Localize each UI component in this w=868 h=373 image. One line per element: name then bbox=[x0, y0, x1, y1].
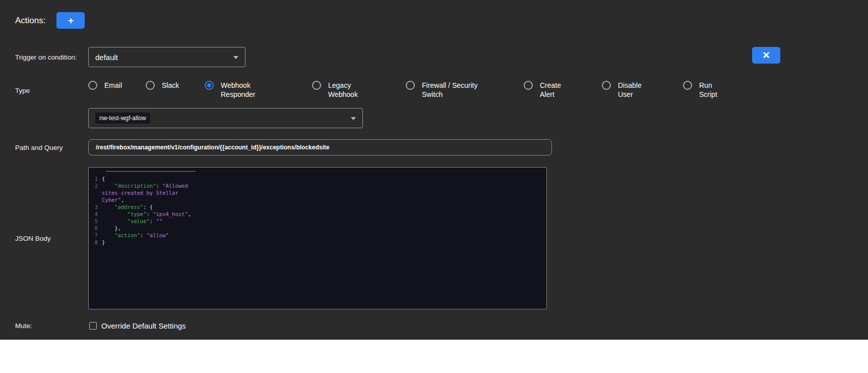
type-radio-firewall-security-switch[interactable]: Firewall / Security Switch bbox=[406, 80, 524, 99]
chevron-down-icon bbox=[351, 117, 356, 120]
type-radio-slack[interactable]: Slack bbox=[146, 80, 205, 90]
code-line: 4 "type": "ipv4_host", bbox=[89, 210, 546, 218]
page-background-below-panel bbox=[0, 340, 868, 373]
type-radio-webhook-responder[interactable]: Webhook Responder bbox=[205, 80, 312, 99]
trigger-condition-dropdown[interactable]: default bbox=[88, 47, 245, 67]
json-body-editor[interactable]: 1{2 "description": "Allowed sites create… bbox=[88, 167, 547, 309]
actions-label: Actions: bbox=[15, 16, 45, 26]
line-content: } bbox=[102, 239, 198, 246]
line-number: 5 bbox=[89, 218, 102, 225]
type-label: Type bbox=[15, 80, 88, 128]
type-content: EmailSlackWebhook ResponderLegacy Webhoo… bbox=[88, 80, 738, 128]
line-number: 8 bbox=[89, 239, 102, 246]
radio-label: Webhook Responder bbox=[221, 80, 267, 99]
code-line: 1{ bbox=[89, 175, 546, 182]
path-and-query-row: Path and Query bbox=[15, 139, 868, 155]
path-and-query-label: Path and Query bbox=[15, 144, 88, 151]
json-editor-lines: 1{2 "description": "Allowed sites create… bbox=[89, 175, 546, 246]
line-number: 4 bbox=[89, 210, 102, 218]
radio-label: Legacy Webhook bbox=[328, 80, 364, 99]
trigger-condition-row: Trigger on condition: default bbox=[15, 47, 868, 67]
radio-label: Firewall / Security Switch bbox=[422, 80, 486, 99]
radio-icon[interactable] bbox=[146, 81, 155, 90]
radio-label: Email bbox=[104, 80, 122, 90]
radio-label: Run Script bbox=[699, 80, 725, 99]
radio-icon[interactable] bbox=[205, 81, 214, 90]
code-line: 8} bbox=[89, 239, 546, 246]
line-content: "action": "allow" bbox=[102, 232, 198, 239]
line-number: 3 bbox=[89, 203, 102, 210]
remove-action-button[interactable]: ✕ bbox=[752, 47, 780, 64]
override-checkbox[interactable] bbox=[89, 322, 97, 330]
path-and-query-input[interactable] bbox=[88, 139, 552, 155]
line-content: "type": "ipv4_host", bbox=[102, 210, 198, 218]
trigger-condition-label: Trigger on condition: bbox=[15, 54, 88, 61]
radio-label: Slack bbox=[162, 80, 179, 90]
line-content: "value": "" bbox=[102, 218, 198, 225]
responder-dropdown[interactable]: nw-test-wgf-allow bbox=[88, 108, 363, 128]
responder-selected-chip: nw-test-wgf-allow bbox=[95, 113, 150, 124]
chevron-down-icon bbox=[233, 56, 238, 59]
type-radio-disable-user[interactable]: Disable User bbox=[602, 80, 683, 99]
code-line: 5 "value": "" bbox=[89, 218, 546, 225]
type-radio-legacy-webhook[interactable]: Legacy Webhook bbox=[312, 80, 406, 99]
radio-icon[interactable] bbox=[602, 81, 611, 90]
mute-label: Mute: bbox=[15, 322, 88, 330]
editor-divider bbox=[106, 171, 196, 172]
radio-label: Create Alert bbox=[540, 80, 569, 99]
type-radio-email[interactable]: Email bbox=[88, 80, 146, 90]
radio-icon[interactable] bbox=[88, 81, 97, 90]
line-content: "description": "Allowed sites created by… bbox=[102, 182, 198, 203]
json-body-row: JSON Body 1{2 "description": "Allowed si… bbox=[15, 167, 868, 309]
code-line: 7 "action": "allow" bbox=[89, 232, 546, 239]
override-checkbox-label[interactable]: Override Default Settings bbox=[101, 322, 186, 330]
mute-row: Mute: Override Default Settings bbox=[15, 322, 868, 330]
code-line: 6 }, bbox=[89, 225, 546, 232]
type-radio-run-script[interactable]: Run Script bbox=[683, 80, 738, 99]
line-content: "address": { bbox=[102, 203, 198, 210]
action-config-panel: Actions: + ✕ Trigger on condition: defau… bbox=[0, 0, 868, 340]
radio-icon[interactable] bbox=[312, 81, 321, 90]
line-number: 2 bbox=[89, 182, 102, 189]
radio-icon[interactable] bbox=[524, 81, 533, 90]
line-content: }, bbox=[102, 225, 198, 232]
line-number: 6 bbox=[89, 225, 102, 232]
override-default-settings: Override Default Settings bbox=[89, 322, 186, 330]
radio-icon[interactable] bbox=[406, 81, 415, 90]
line-content: { bbox=[102, 175, 198, 182]
code-line: 3 "address": { bbox=[89, 203, 546, 210]
line-number: 1 bbox=[89, 175, 102, 182]
add-action-button[interactable]: + bbox=[56, 12, 85, 29]
type-row: Type EmailSlackWebhook ResponderLegacy W… bbox=[15, 80, 868, 128]
type-radio-group: EmailSlackWebhook ResponderLegacy Webhoo… bbox=[88, 80, 738, 99]
line-number: 7 bbox=[89, 232, 102, 239]
actions-header: Actions: + bbox=[15, 12, 868, 29]
trigger-condition-value: default bbox=[95, 53, 118, 62]
radio-icon[interactable] bbox=[683, 81, 692, 90]
json-body-label: JSON Body bbox=[15, 235, 88, 242]
code-line: 2 "description": "Allowed sites created … bbox=[89, 182, 546, 203]
type-radio-create-alert[interactable]: Create Alert bbox=[524, 80, 602, 99]
radio-label: Disable User bbox=[618, 80, 649, 99]
